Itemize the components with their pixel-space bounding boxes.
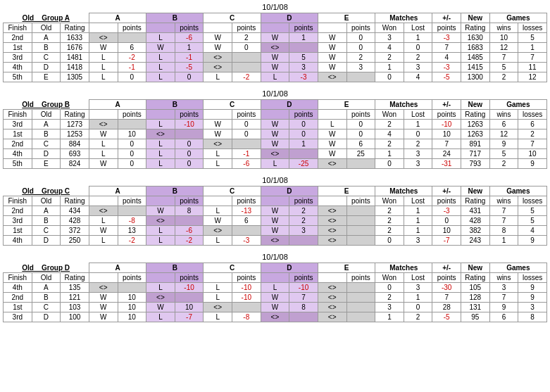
b-pts-cell: 1 [175,43,204,53]
ml-cell: 3 [404,63,432,72]
d-pts-cell: 2 [289,206,318,216]
d-pts-cell: 3 [289,226,318,236]
a-play-cell: L [89,63,118,72]
a-play-cell: W [89,312,118,322]
nr-cell: 793 [461,159,490,169]
b-play-subheader [146,110,175,120]
gw-cell: 7 [489,216,518,226]
c-play-cell: L [204,159,232,169]
b-pts-cell: -5 [175,63,204,72]
e-play-cell: W [318,129,346,139]
finish-cell: 5th [4,159,32,169]
mw-cell: 0 [375,283,404,293]
b-header: B [146,263,204,273]
c-pts-cell: -8 [232,312,261,322]
finish-cell: 3rd [4,312,32,322]
lost-subheader: Lost [404,110,432,120]
gw-cell: 9 [489,139,518,149]
b-play-cell: L [146,53,175,63]
gw-cell: 2 [489,159,518,169]
gl-cell: 10 [518,149,547,159]
old-header: Old Group A [4,13,89,23]
nr-cell: 891 [461,139,490,149]
finish-cell: 4th [4,236,32,246]
nr-subheader: Rating [461,196,490,206]
c-pts-cell: -3 [232,236,261,246]
mw-cell: 1 [375,149,404,159]
pm-cell: -30 [432,283,461,293]
lost-subheader: Lost [404,273,432,283]
c-play-cell: <> [204,226,232,236]
b-play-cell: W [146,206,175,216]
c-pts-cell: 0 [232,43,261,53]
old-cell: D [32,236,61,246]
d-pts-cell: 1 [289,139,318,149]
table-row: 3rdC1481L-2L-1<>W5W2224148577 [4,53,547,63]
old-cell: D [32,312,61,322]
a-play-cell: W [89,293,118,303]
b-play-cell: <> [146,216,175,226]
lost-subheader: Lost [404,196,432,206]
matches-header: Matches [375,186,432,196]
c-play-cell: W [204,120,232,129]
pm-cell: -7 [432,236,461,246]
pm-cell: 4 [432,53,461,63]
table-row: 3rdB428L-8<>W6W2<>21042875 [4,216,547,226]
lost-subheader: Lost [404,23,432,33]
d-pts-cell: 0 [289,120,318,129]
b-pts-cell: -2 [175,236,204,246]
b-pts-subheader: points [175,110,204,120]
e-play-cell: W [318,33,346,43]
b-pts-cell [175,293,204,303]
d-pts-cell [289,43,318,53]
e-pts-cell [346,206,375,216]
b-play-cell: L [146,226,175,236]
c-play-cell: L [204,149,232,159]
ml-cell: 1 [404,216,432,226]
pm-subheader: points [432,273,461,283]
nr-cell: 105 [461,283,490,293]
b-pts-cell: 0 [175,139,204,149]
ml-cell: 0 [404,303,432,312]
rating-cell: 1418 [61,63,89,72]
gw-cell: 9 [489,303,518,312]
c-pts-cell: 6 [232,216,261,226]
a-play-cell: W [89,43,118,53]
old-cell: A [32,283,61,293]
d-play-cell: W [261,63,289,72]
d-pts-cell: 1 [289,33,318,43]
matches-header: Matches [375,13,432,23]
e-play-cell: <> [318,283,346,293]
rating-cell: 693 [61,149,89,159]
c-play-cell: L [204,293,232,303]
c-pts-cell: 0 [232,120,261,129]
e-pts-cell [346,293,375,303]
e-pts-subheader: points [346,110,375,120]
pm-cell: 7 [432,293,461,303]
a-pts-cell [118,120,146,129]
nr-cell: 1485 [461,53,490,63]
ml-cell: 3 [404,283,432,293]
d-play-cell: W [261,53,289,63]
gw-subheader: wins [489,110,518,120]
d-header: D [261,13,318,23]
pm-cell: 10 [432,226,461,236]
finish-subheader: Finish [4,23,32,33]
gl-cell: 9 [518,236,547,246]
table-row: 4thD693L0L0L-1<>W251324717510 [4,149,547,159]
d-play-subheader [261,196,289,206]
table-row: 1stB1253W10<>W0W0W040101263122 [4,129,547,139]
gw-subheader: wins [489,196,518,206]
pm-cell: 0 [432,216,461,226]
pm-cell: 28 [432,303,461,312]
d-pts-cell: 8 [289,303,318,312]
pm-cell: -3 [432,33,461,43]
e-play-subheader [318,23,346,33]
gw-cell: 5 [489,63,518,72]
e-pts-subheader: points [346,273,375,283]
d-pts-subheader: points [289,196,318,206]
c-pts-cell [232,226,261,236]
mw-cell: 2 [375,293,404,303]
c-play-subheader [204,23,232,33]
a-pts-cell: 13 [118,226,146,236]
